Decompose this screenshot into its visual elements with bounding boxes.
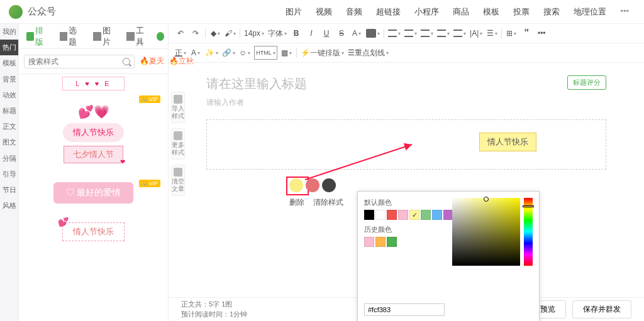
insert-template[interactable]: 模板 bbox=[477, 3, 506, 21]
indent-button[interactable] bbox=[453, 26, 466, 40]
list-button[interactable]: ☰ bbox=[486, 26, 497, 40]
nav-style[interactable]: 风格 bbox=[0, 198, 18, 214]
insert-image[interactable]: 图片 bbox=[279, 3, 308, 21]
nav-guide[interactable]: 引导 bbox=[0, 166, 18, 182]
nav-template[interactable]: 模板 bbox=[0, 55, 18, 71]
bold-button[interactable]: B bbox=[291, 26, 302, 40]
insert-audio[interactable]: 音频 bbox=[340, 3, 369, 21]
nav-body[interactable]: 正文 bbox=[0, 119, 18, 134]
search-icon[interactable] bbox=[123, 58, 130, 65]
toolbar-row-2: 正 A ✨ 🔗 ☺ HTML ▦ ⚡一键排版 ☰ 重点划线 bbox=[169, 43, 644, 63]
insert-miniprogram[interactable]: 小程序 bbox=[408, 3, 445, 21]
color-circle-black[interactable] bbox=[322, 178, 336, 192]
nav-mine[interactable]: 我的 bbox=[0, 24, 18, 40]
tab-tool[interactable]: 工具 bbox=[123, 23, 153, 50]
insert-search[interactable]: 搜索 bbox=[537, 3, 566, 21]
text-count-value: 5字 1图 bbox=[209, 300, 232, 308]
swatch-default-2[interactable] bbox=[387, 210, 397, 220]
fontsize-select[interactable]: 14px bbox=[244, 26, 264, 40]
delete-action[interactable]: 删除 bbox=[289, 197, 304, 208]
title-input[interactable]: 请在这里输入标题 bbox=[206, 75, 606, 92]
search-input[interactable] bbox=[28, 57, 123, 66]
swatch-history-0[interactable] bbox=[364, 237, 374, 247]
nav-animation[interactable]: 动效 bbox=[0, 87, 18, 103]
style-search-box[interactable] bbox=[24, 55, 135, 68]
lineheight-button[interactable]: |A| bbox=[470, 26, 482, 40]
style-card-best-love[interactable]: VIP 最好的爱情 bbox=[24, 182, 163, 204]
nav-divider[interactable]: 分隔 bbox=[0, 151, 18, 166]
color-circle-yellow[interactable] bbox=[289, 178, 303, 192]
italic-button[interactable]: I bbox=[306, 26, 317, 40]
separator bbox=[501, 28, 502, 38]
undo-button[interactable]: ↶ bbox=[175, 26, 186, 40]
style-card-hearts[interactable]: VIP 💕💗 情人节快乐 bbox=[24, 98, 163, 136]
align-right-button[interactable] bbox=[421, 26, 433, 40]
more-toolbar-button[interactable]: ••• bbox=[536, 26, 547, 40]
nav-hot[interactable]: 热门 bbox=[0, 40, 18, 55]
hue-slider[interactable] bbox=[524, 198, 533, 266]
underline-button[interactable]: U bbox=[321, 26, 332, 40]
font-color-button[interactable]: A bbox=[351, 26, 362, 40]
tab-layout[interactable]: 排版 bbox=[23, 23, 53, 50]
table-button[interactable]: ⊞ bbox=[506, 26, 517, 40]
nav-title[interactable]: 标题 bbox=[0, 103, 18, 119]
nav-festival[interactable]: 节日 bbox=[0, 182, 18, 198]
title-rating-button[interactable]: 标题评分 bbox=[567, 75, 606, 90]
html-button[interactable]: HTML bbox=[254, 46, 277, 60]
tab-topic[interactable]: 选题 bbox=[56, 23, 87, 50]
vip-badge: VIP bbox=[139, 180, 160, 187]
emoji-button[interactable]: ☺ bbox=[239, 46, 250, 60]
image-icon bbox=[93, 32, 101, 41]
insert-hyperlink[interactable]: 超链接 bbox=[370, 3, 407, 21]
insert-video[interactable]: 视频 bbox=[309, 3, 338, 21]
align-left-button[interactable] bbox=[388, 26, 401, 40]
swatch-history-2[interactable] bbox=[387, 237, 397, 247]
fontfamily-select[interactable]: 字体 bbox=[268, 26, 287, 40]
tab-image[interactable]: 图片 bbox=[89, 23, 120, 50]
hex-input[interactable] bbox=[364, 303, 445, 316]
highlight-button[interactable]: ☰ 重点划线 bbox=[348, 46, 389, 60]
strikethrough-button[interactable]: S bbox=[336, 26, 347, 40]
inserted-element[interactable]: 情人节快乐 bbox=[479, 133, 536, 151]
redo-button[interactable]: ↷ bbox=[190, 26, 201, 40]
align-justify-button[interactable] bbox=[437, 26, 450, 40]
brush-button[interactable]: 🖌 bbox=[225, 26, 236, 40]
swatch-default-6[interactable] bbox=[432, 210, 442, 220]
text-effect-2[interactable]: A bbox=[190, 46, 201, 60]
eraser-button[interactable]: ◆ bbox=[209, 26, 221, 40]
color-circle-red[interactable] bbox=[306, 178, 319, 192]
swatch-default-5[interactable] bbox=[421, 210, 431, 220]
insert-more-icon[interactable]: ••• bbox=[614, 3, 635, 21]
style-card-qrk1-text: 情人节快乐 bbox=[63, 123, 124, 142]
insert-location[interactable]: 地理位置 bbox=[567, 3, 613, 21]
insert-vote[interactable]: 投票 bbox=[507, 3, 536, 21]
clear-style-action[interactable]: 清除样式 bbox=[313, 197, 343, 208]
swatch-default-1[interactable] bbox=[375, 210, 386, 220]
style-card-qixi[interactable]: 七夕情人节 bbox=[24, 146, 163, 163]
bg-color-button[interactable] bbox=[366, 26, 380, 40]
quote-button[interactable]: " bbox=[521, 26, 532, 40]
author-input[interactable]: 请输入作者 bbox=[206, 97, 606, 108]
color-gradient-picker[interactable] bbox=[452, 198, 520, 266]
magic-button[interactable]: ✨ bbox=[205, 46, 218, 60]
nav-imagetext[interactable]: 图文 bbox=[0, 134, 18, 150]
autolayout-button[interactable]: ⚡一键排版 bbox=[301, 46, 344, 60]
swatch-default-3[interactable] bbox=[398, 210, 408, 220]
hot-tag-summer[interactable]: 🔥夏天 bbox=[140, 56, 164, 67]
insert-product[interactable]: 商品 bbox=[447, 3, 475, 21]
nav-background[interactable]: 背景 bbox=[0, 72, 18, 87]
swatch-history-1[interactable] bbox=[375, 237, 386, 247]
vip-badge: VIP bbox=[139, 95, 160, 103]
code-button[interactable]: ▦ bbox=[281, 46, 292, 60]
link-button[interactable]: 🔗 bbox=[222, 46, 235, 60]
save-publish-button[interactable]: 保存并群发 bbox=[572, 300, 631, 318]
swatch-default-4[interactable] bbox=[409, 210, 419, 220]
text-effect-1[interactable]: 正 bbox=[175, 46, 186, 60]
swatch-default-0[interactable] bbox=[364, 210, 374, 220]
style-card-qrk2[interactable]: 情人节快乐 bbox=[24, 222, 163, 241]
gradient-cursor[interactable] bbox=[484, 197, 489, 202]
style-card-love[interactable]: L ♥ ♥ E bbox=[24, 79, 163, 88]
align-center-button[interactable] bbox=[404, 26, 417, 40]
hue-cursor[interactable] bbox=[523, 205, 534, 207]
autolayout-label: 一键排版 bbox=[310, 48, 340, 58]
